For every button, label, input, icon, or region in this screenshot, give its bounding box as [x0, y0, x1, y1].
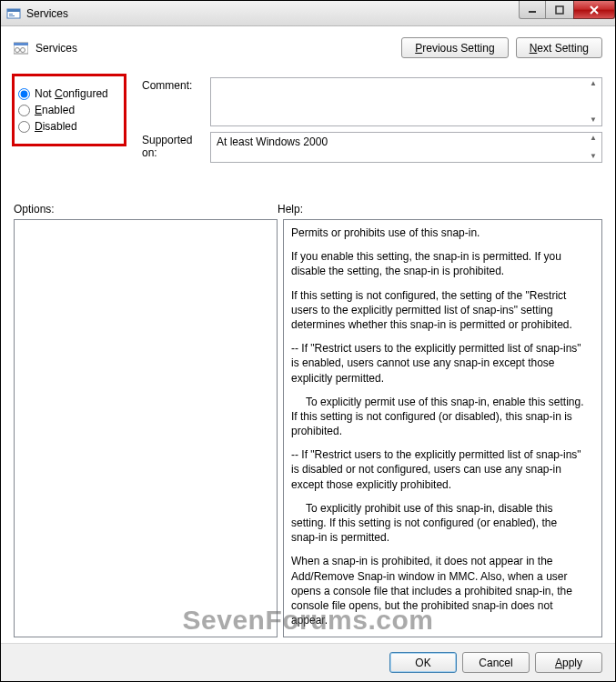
header-row: Services Previous Setting Next Setting: [14, 37, 602, 58]
next-setting-button[interactable]: Next Setting: [516, 37, 602, 58]
maximize-button[interactable]: [546, 1, 573, 19]
panels: Permits or prohibits use of this snap-in…: [14, 219, 602, 637]
app-icon: [6, 6, 21, 21]
radio-enabled[interactable]: Enabled: [18, 104, 118, 116]
window-controls: [519, 1, 615, 19]
window-title: Services: [26, 7, 68, 20]
comment-scroll[interactable]: ▲ ▼: [587, 80, 600, 124]
svg-rect-3: [9, 15, 15, 16]
up-arrow-icon[interactable]: ▲: [587, 80, 600, 87]
radio-not-configured-input[interactable]: [18, 88, 30, 100]
comment-field[interactable]: ▲ ▼: [210, 77, 602, 126]
close-button[interactable]: [573, 1, 615, 19]
content-area: Services Previous Setting Next Setting: [1, 26, 615, 80]
radio-enabled-input[interactable]: [18, 105, 30, 116]
svg-rect-5: [556, 6, 563, 14]
help-text: If this setting is not configured, the s…: [291, 288, 585, 333]
radio-disabled[interactable]: Disabled: [18, 120, 118, 133]
help-text: Permits or prohibits use of this snap-in…: [291, 226, 585, 240]
svg-rect-4: [529, 11, 536, 13]
panel-labels: Options: Help:: [14, 203, 602, 216]
supported-scroll[interactable]: ▲ ▼: [587, 135, 600, 160]
help-panel[interactable]: Permits or prohibits use of this snap-in…: [283, 219, 602, 637]
help-text: If you enable this setting, the snap-in …: [291, 249, 585, 278]
svg-rect-1: [7, 9, 20, 12]
supported-field: At least Windows 2000 ▲ ▼: [210, 132, 602, 163]
policy-name: Services: [35, 42, 77, 55]
services-icon: [14, 41, 28, 55]
setting-state-group: Not Configured Enabled Disabled: [12, 74, 126, 146]
help-text: -- If "Restrict users to the explicitly …: [291, 447, 585, 492]
supported-label: Supported on:: [142, 132, 210, 159]
previous-setting-button[interactable]: Previous Setting: [401, 37, 508, 58]
help-text: To explicitly permit use of this snap-in…: [291, 395, 585, 439]
supported-value: At least Windows 2000: [217, 135, 328, 148]
bottom-button-bar: OK Cancel Apply: [1, 643, 615, 681]
down-arrow-icon[interactable]: ▼: [587, 153, 600, 160]
titlebar: Services: [1, 1, 615, 26]
svg-rect-7: [14, 43, 28, 45]
down-arrow-icon[interactable]: ▼: [587, 116, 600, 124]
svg-rect-2: [9, 14, 13, 15]
radio-not-configured[interactable]: Not Configured: [18, 87, 118, 100]
up-arrow-icon[interactable]: ▲: [587, 135, 600, 142]
cancel-button[interactable]: Cancel: [462, 652, 530, 673]
details-block: Comment: ▲ ▼ Supported on: At least Wind…: [142, 77, 602, 168]
options-panel: [14, 219, 278, 637]
help-text: -- If "Restrict users to the explicitly …: [291, 341, 585, 386]
help-label: Help:: [278, 203, 303, 216]
apply-button[interactable]: Apply: [535, 652, 602, 673]
options-label: Options:: [14, 203, 278, 216]
comment-label: Comment:: [142, 77, 210, 92]
minimize-button[interactable]: [519, 1, 546, 19]
help-text: When a snap-in is prohibited, it does no…: [291, 554, 585, 627]
help-text: To explicitly prohibit use of this snap-…: [291, 501, 585, 546]
ok-button[interactable]: OK: [389, 652, 457, 673]
radio-disabled-input[interactable]: [18, 121, 30, 133]
